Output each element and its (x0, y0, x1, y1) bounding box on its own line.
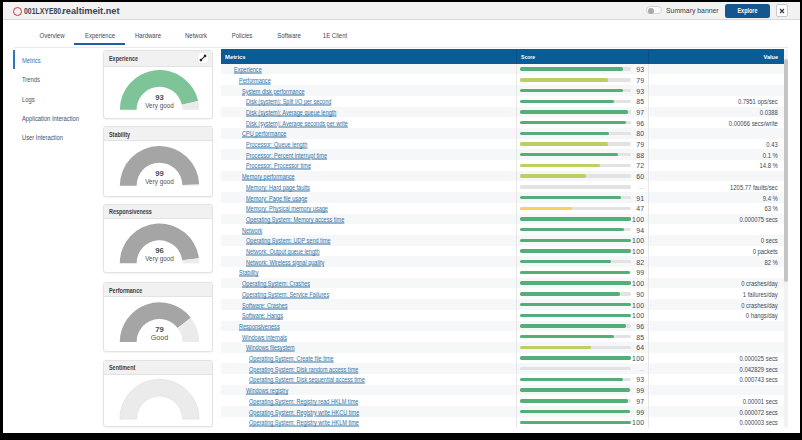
svg-text:Very good: Very good (145, 178, 174, 186)
svg-text:Very good: Very good (145, 255, 174, 263)
svg-text:79: 79 (155, 325, 164, 334)
svg-text:Very good: Very good (145, 101, 174, 109)
svg-text:Good: Good (150, 334, 168, 341)
svg-text:93: 93 (155, 92, 164, 101)
svg-text:99: 99 (155, 169, 164, 178)
svg-text:96: 96 (155, 246, 164, 255)
